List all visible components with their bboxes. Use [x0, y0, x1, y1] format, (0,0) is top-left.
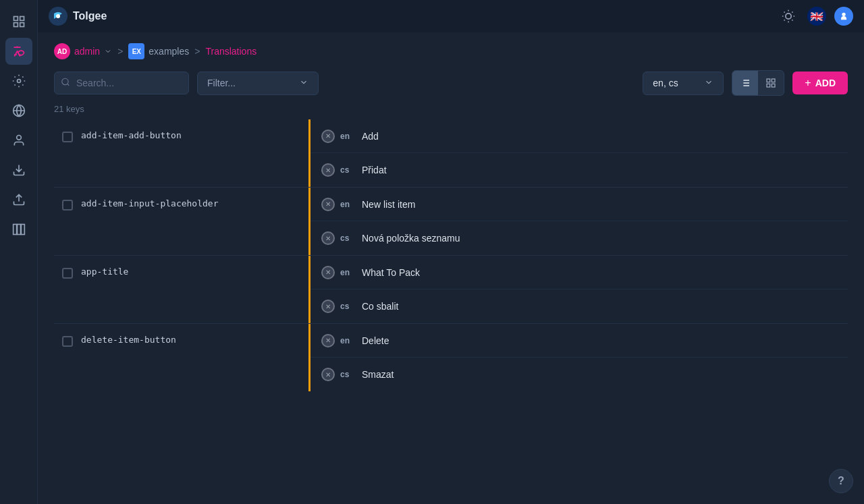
key-cell: delete-item-button [54, 324, 310, 391]
sidebar-item-import[interactable] [5, 157, 32, 184]
topbar: Tolgee 🇬🇧 [38, 0, 864, 32]
lang-status-icon: ✕ [321, 334, 335, 347]
lang-status-icon: ✕ [321, 231, 335, 245]
svg-rect-3 [20, 23, 24, 27]
lang-code: cs [340, 165, 354, 175]
table-row: add-item-add-button ✕ en Add ✕ [54, 119, 848, 188]
lang-dropdown-icon [704, 78, 713, 89]
lang-indicator: ✕ en [321, 130, 354, 143]
lang-code: en [340, 268, 354, 277]
sidebar-item-integrations[interactable] [5, 216, 32, 243]
key-name: delete-item-button [81, 335, 176, 345]
breadcrumb-project: EX examples [128, 43, 189, 59]
search-input[interactable] [54, 72, 189, 94]
sidebar-item-dashboard[interactable] [5, 8, 32, 35]
add-button[interactable]: + ADD [792, 72, 848, 94]
admin-dropdown-icon[interactable] [104, 47, 112, 55]
search-wrap [54, 72, 189, 94]
sidebar-item-members[interactable] [5, 127, 32, 154]
key-cell: add-item-add-button [54, 119, 310, 187]
key-name: add-item-add-button [81, 130, 182, 140]
lang-row-cs: ✕ cs Přidat [310, 153, 848, 187]
key-cell: add-item-input-placeholder [54, 188, 310, 255]
sidebar-item-translations[interactable] [5, 38, 32, 65]
project-link[interactable]: examples [148, 46, 189, 57]
lang-status-icon: ✕ [321, 198, 335, 211]
view-list-button[interactable] [732, 71, 758, 95]
topbar-actions: 🇬🇧 [778, 5, 853, 27]
filter-dropdown-icon [299, 78, 308, 89]
key-name: app-title [81, 267, 128, 277]
sidebar-item-export[interactable] [5, 186, 32, 213]
main-content: Tolgee 🇬🇧 [38, 0, 864, 504]
svg-rect-0 [14, 17, 18, 21]
language-flag-uk[interactable]: 🇬🇧 [807, 7, 826, 26]
translation-value[interactable]: Přidat [362, 165, 387, 175]
view-toggle [732, 70, 784, 96]
svg-rect-22 [772, 79, 776, 82]
svg-rect-9 [21, 225, 24, 235]
keys-count: 21 keys [54, 104, 848, 114]
lang-status-icon: ✕ [321, 266, 335, 279]
row-checkbox[interactable] [62, 200, 73, 211]
svg-point-13 [842, 13, 845, 16]
language-selector[interactable]: en, cs [643, 72, 724, 95]
app-logo[interactable]: Tolgee [49, 7, 107, 26]
lang-indicator: ✕ cs [321, 231, 354, 245]
lang-row-cs: ✕ cs Nová položka seznamu [310, 221, 848, 255]
key-cell: app-title [54, 256, 310, 323]
key-name: add-item-input-placeholder [81, 198, 219, 208]
svg-rect-2 [14, 23, 18, 27]
table-row: delete-item-button ✕ en Delete ✕ [54, 324, 848, 391]
translation-value[interactable]: New list item [362, 199, 415, 210]
lang-indicator: ✕ en [321, 334, 354, 347]
translations-cell: ✕ en Delete ✕ cs Smazat [310, 324, 848, 391]
page-area: AD admin > EX examples > Translations [38, 32, 864, 504]
translation-value[interactable]: Nová položka seznamu [362, 233, 460, 244]
project-badge: EX [128, 43, 144, 59]
toolbar: Filter... en, cs [54, 70, 848, 96]
view-grid-button[interactable] [758, 71, 784, 95]
translations-cell: ✕ en What To Pack ✕ cs Co sbalit [310, 256, 848, 323]
translation-value[interactable]: Delete [362, 335, 389, 346]
translation-value[interactable]: Co sbalit [362, 301, 398, 312]
lang-status-icon: ✕ [321, 163, 335, 177]
row-checkbox[interactable] [62, 132, 73, 142]
translation-value[interactable]: What To Pack [362, 267, 420, 278]
sidebar-item-languages[interactable] [5, 97, 32, 124]
user-avatar[interactable] [834, 7, 853, 26]
translation-value[interactable]: Add [362, 131, 379, 142]
translation-value[interactable]: Smazat [362, 369, 394, 380]
lang-row-en: ✕ en New list item [310, 188, 848, 221]
row-checkbox[interactable] [62, 268, 73, 279]
admin-link[interactable]: admin [74, 46, 100, 57]
logo-icon [49, 7, 68, 26]
sidebar-item-settings[interactable] [5, 67, 32, 94]
lang-status-icon: ✕ [321, 368, 335, 381]
lang-code: cs [340, 233, 354, 243]
translations-cell: ✕ en Add ✕ cs Přidat [310, 119, 848, 187]
svg-rect-7 [13, 225, 16, 235]
breadcrumb: AD admin > EX examples > Translations [54, 43, 848, 59]
svg-rect-23 [767, 84, 770, 87]
admin-avatar: AD [54, 43, 70, 59]
lang-code: en [340, 336, 354, 345]
lang-row-cs: ✕ cs Co sbalit [310, 289, 848, 323]
svg-point-12 [786, 13, 791, 19]
row-checkbox[interactable] [62, 336, 73, 347]
svg-point-11 [56, 14, 60, 18]
help-button[interactable]: ? [829, 469, 853, 493]
lang-indicator: ✕ cs [321, 163, 354, 177]
svg-rect-21 [767, 79, 770, 82]
lang-row-cs: ✕ cs Smazat [310, 358, 848, 391]
lang-indicator: ✕ en [321, 266, 354, 279]
table-row: add-item-input-placeholder ✕ en New list… [54, 188, 848, 256]
filter-button[interactable]: Filter... [197, 72, 319, 95]
lang-status-icon: ✕ [321, 300, 335, 313]
svg-point-4 [17, 80, 20, 83]
current-page-label: Translations [205, 46, 256, 57]
theme-toggle-button[interactable] [778, 5, 799, 27]
search-icon [61, 78, 70, 89]
translations-list: add-item-add-button ✕ en Add ✕ [54, 119, 848, 391]
breadcrumb-sep-1: > [117, 46, 123, 57]
